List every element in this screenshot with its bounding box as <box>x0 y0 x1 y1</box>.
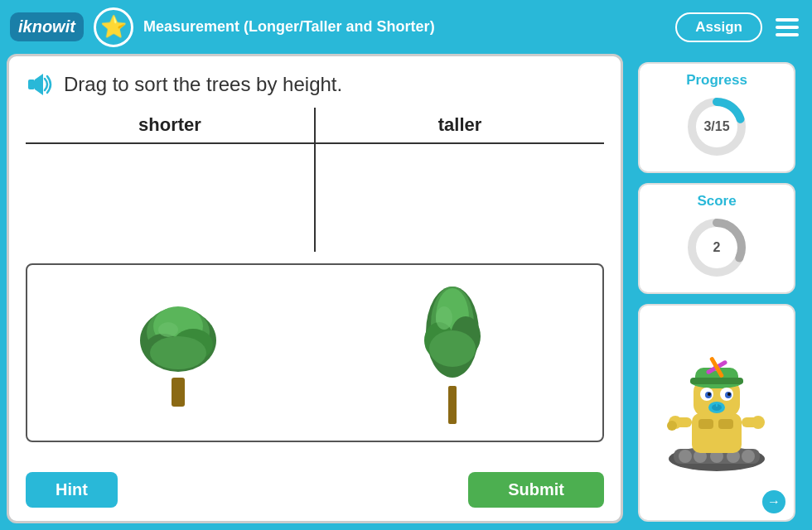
svg-point-48 <box>708 393 711 396</box>
svg-rect-10 <box>448 386 457 424</box>
column-taller: taller <box>315 108 604 143</box>
progress-title: Progress <box>686 72 747 89</box>
column-shorter: shorter <box>26 108 315 143</box>
arrow-right-icon: → <box>767 494 781 509</box>
next-arrow-button[interactable]: → <box>762 490 785 513</box>
hamburger-line-1 <box>776 18 799 22</box>
svg-point-8 <box>150 336 206 369</box>
svg-rect-31 <box>718 419 733 429</box>
score-label: 2 <box>713 240 721 255</box>
mascot-area: → <box>638 304 795 522</box>
svg-point-34 <box>667 421 677 431</box>
speaker-button[interactable] <box>26 70 56 99</box>
score-card: Score 2 <box>638 183 795 294</box>
svg-point-9 <box>158 322 178 337</box>
svg-point-24 <box>679 450 692 463</box>
svg-point-49 <box>727 393 731 396</box>
sort-table: shorter taller <box>26 108 604 252</box>
svg-rect-29 <box>692 413 742 453</box>
tree-tall[interactable] <box>403 278 502 427</box>
drag-source-area <box>26 263 604 442</box>
svg-rect-40 <box>690 378 743 384</box>
star-badge: ⭐ <box>94 7 133 47</box>
svg-rect-2 <box>172 378 185 407</box>
score-donut: 2 <box>684 214 750 281</box>
sidebar: Progress 3/15 Score <box>630 54 812 530</box>
svg-rect-30 <box>698 419 713 429</box>
menu-button[interactable] <box>772 15 802 40</box>
hint-button[interactable]: Hint <box>26 472 118 508</box>
svg-point-17 <box>436 306 452 330</box>
progress-donut: 3/15 <box>684 94 750 160</box>
svg-point-28 <box>742 450 755 463</box>
bottom-bar: Hint Submit <box>26 472 604 508</box>
content-panel: Drag to sort the trees by height. shorte… <box>7 54 623 523</box>
hamburger-line-3 <box>776 33 799 36</box>
hamburger-line-2 <box>776 26 799 29</box>
progress-card: Progress 3/15 <box>638 62 795 173</box>
progress-label: 3/15 <box>703 119 729 134</box>
drop-zone-shorter[interactable] <box>26 144 315 252</box>
header: iknowit ⭐ Measurement (Longer/Taller and… <box>0 0 812 54</box>
main-area: Drag to sort the trees by height. shorte… <box>0 54 812 530</box>
instruction-text: Drag to sort the trees by height. <box>64 73 342 96</box>
svg-point-36 <box>752 416 765 429</box>
star-icon: ⭐ <box>100 14 127 40</box>
instruction-row: Drag to sort the trees by height. <box>26 70 604 99</box>
svg-marker-1 <box>35 74 43 95</box>
lesson-title: Measurement (Longer/Taller and Shorter) <box>143 18 665 36</box>
tree-short[interactable] <box>128 295 228 411</box>
svg-rect-0 <box>28 80 35 89</box>
svg-rect-52 <box>716 402 718 407</box>
submit-button[interactable]: Submit <box>468 472 604 508</box>
logo-text: iknowit <box>18 17 75 36</box>
svg-point-16 <box>429 330 476 367</box>
logo: iknowit <box>10 12 84 41</box>
drop-zone-taller[interactable] <box>315 144 604 252</box>
assign-button[interactable]: Assign <box>675 12 762 42</box>
score-title: Score <box>697 193 736 210</box>
